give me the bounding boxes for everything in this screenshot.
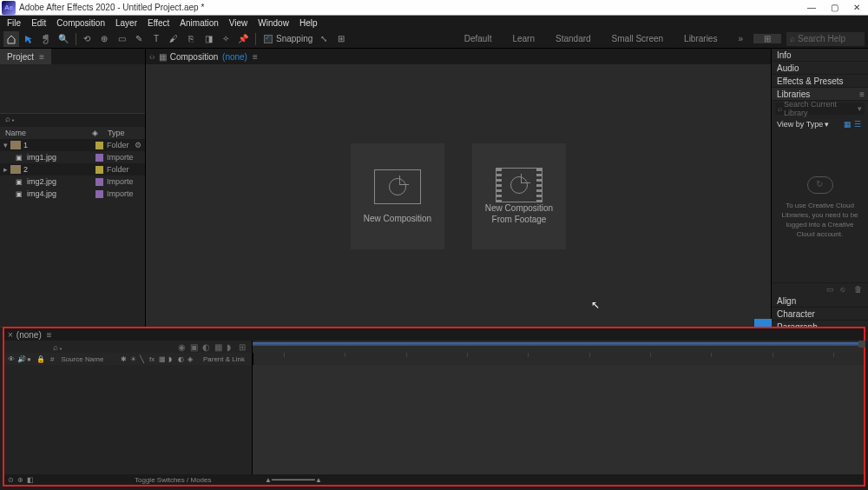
character-panel-tab[interactable]: Character — [772, 308, 868, 321]
menu-window[interactable]: Window — [253, 18, 294, 28]
workspace-small-screen[interactable]: Small Screen — [602, 34, 674, 43]
hand-tool-icon[interactable] — [38, 31, 54, 47]
source-name-header[interactable]: Source Name — [61, 355, 103, 363]
new-composition-from-footage-button[interactable]: New CompositionFrom Footage — [472, 143, 566, 249]
cc-add-icon[interactable]: ▭ — [826, 285, 837, 294]
eraser-tool-icon[interactable]: ◨ — [201, 31, 216, 47]
cc-delete-icon[interactable]: 🗑 — [854, 285, 865, 294]
workspace-libraries[interactable]: Libraries — [674, 34, 727, 43]
parent-link-header[interactable]: Parent & Link — [203, 355, 245, 363]
fx-switch-icon[interactable]: fx — [149, 355, 158, 363]
pan-behind-tool-icon[interactable]: ⊕ — [96, 31, 112, 47]
render-queue-icon[interactable]: ⊕ — [17, 476, 23, 484]
timeline-options-icon[interactable]: ◧ — [27, 476, 34, 484]
menu-layer[interactable]: Layer — [110, 18, 142, 28]
project-item-row[interactable]: ▣img4.jpgImporte — [0, 188, 145, 200]
brush-tool-icon[interactable]: 🖌 — [166, 31, 181, 47]
frameblend-switch-icon[interactable]: ▦ — [159, 355, 168, 363]
maximize-button[interactable]: ▢ — [823, 3, 845, 12]
panel-menu-icon[interactable]: ≡ — [859, 89, 865, 99]
snap-option-icon[interactable]: ⤡ — [316, 31, 332, 47]
panel-menu-icon[interactable]: ≡ — [47, 330, 52, 340]
timeline-search-input[interactable]: ⌕▾ — [53, 342, 140, 352]
graph-editor-icon[interactable]: ⊞ — [239, 342, 248, 352]
lock-toggle-icon[interactable]: 🔒 — [36, 355, 45, 363]
menu-view[interactable]: View — [224, 18, 253, 28]
timeline-tab[interactable]: (none) — [16, 330, 42, 340]
toggle-switches-icon[interactable]: ⊙ — [8, 476, 14, 484]
close-button[interactable]: ✕ — [845, 3, 868, 12]
solo-toggle-icon[interactable]: ● — [27, 355, 36, 363]
menu-edit[interactable]: Edit — [26, 18, 51, 28]
shy-switch-icon[interactable]: ✱ — [121, 355, 129, 363]
workspace-overflow-icon[interactable]: ⊞ — [753, 34, 781, 43]
menu-file[interactable]: File — [2, 18, 26, 28]
project-col-name[interactable]: Name — [5, 129, 92, 137]
home-tool-icon[interactable] — [3, 31, 19, 47]
toggle-switches-modes-button[interactable]: Toggle Switches / Modes — [135, 476, 212, 484]
workspace-standard[interactable]: Standard — [545, 34, 602, 43]
workspace-more-icon[interactable]: » — [727, 34, 753, 43]
zoom-tool-icon[interactable]: 🔍 — [56, 31, 71, 47]
comp-nav-icon[interactable]: ‹› — [149, 52, 155, 62]
panel-menu-icon[interactable]: ≡ — [253, 52, 258, 62]
project-tab[interactable]: Project≡ — [0, 49, 51, 64]
roto-tool-icon[interactable]: ✧ — [218, 31, 233, 47]
audio-panel-tab[interactable]: Audio — [772, 62, 868, 75]
workspace-default[interactable]: Default — [454, 34, 503, 43]
draft3d-icon[interactable]: ▣ — [190, 342, 200, 352]
info-panel-tab[interactable]: Info — [772, 49, 868, 62]
selection-tool-icon[interactable] — [21, 31, 36, 47]
project-search-input[interactable]: ⌕▾ — [0, 113, 145, 127]
adjustment-switch-icon[interactable]: ◐ — [178, 355, 187, 363]
time-ruler[interactable] — [253, 341, 864, 353]
project-item-row[interactable]: ▣img1.jpgImporte — [0, 151, 145, 163]
minimize-button[interactable]: ― — [800, 3, 823, 12]
menu-animation[interactable]: Animation — [174, 18, 223, 28]
timeline-marker-icon[interactable]: × — [8, 330, 13, 340]
menu-composition[interactable]: Composition — [51, 18, 110, 28]
menu-effect[interactable]: Effect — [142, 18, 174, 28]
workspace-learn[interactable]: Learn — [502, 34, 545, 43]
motion-blur-icon[interactable]: ◗ — [227, 342, 236, 352]
project-folder-row[interactable]: ▸2Folder — [0, 163, 145, 175]
orbit-tool-icon[interactable]: ⟲ — [79, 31, 95, 47]
label-color-icon[interactable] — [95, 142, 103, 149]
timeline-track-area[interactable] — [253, 365, 864, 474]
timeline-zoom-slider[interactable]: ▲━━━━━━━━━━▲ — [265, 476, 322, 484]
cc-link-icon[interactable]: ⎋ — [840, 285, 851, 294]
comp-tab-title[interactable]: Composition (none) — [170, 52, 247, 62]
label-color-icon[interactable] — [95, 154, 103, 162]
grid-view-icon[interactable]: ▦ — [844, 120, 852, 129]
motionblur-switch-icon[interactable]: ◗ — [168, 355, 177, 363]
snapping-checkbox[interactable] — [264, 35, 273, 43]
library-search-input[interactable]: ⌕Search Current Library▾ — [775, 103, 865, 115]
quality-switch-icon[interactable]: ╲ — [140, 355, 148, 363]
hide-shy-icon[interactable]: ◐ — [202, 342, 212, 352]
align-panel-tab[interactable]: Align — [772, 295, 868, 308]
label-color-icon[interactable] — [95, 190, 103, 198]
new-composition-button[interactable]: New Composition — [351, 143, 444, 249]
timeline-layer-area[interactable] — [4, 365, 253, 474]
snap-option2-icon[interactable]: ⊞ — [333, 31, 349, 47]
text-tool-icon[interactable]: T — [148, 31, 164, 47]
work-area-handle-icon[interactable] — [858, 341, 865, 348]
collapse-switch-icon[interactable]: ☀ — [130, 355, 139, 363]
audio-toggle-icon[interactable]: 🔊 — [17, 355, 26, 363]
3d-switch-icon[interactable]: ◈ — [187, 355, 196, 363]
video-toggle-icon[interactable]: 👁 — [8, 355, 16, 363]
menu-help[interactable]: Help — [294, 18, 323, 28]
project-col-type[interactable]: Type — [108, 129, 145, 137]
project-folder-row[interactable]: ▾1Folder⚙ — [0, 139, 145, 151]
view-by-type-dropdown[interactable]: View by Type▾ — [777, 120, 829, 129]
label-color-icon[interactable] — [95, 178, 103, 186]
project-item-row[interactable]: ▣img2.jpgImporte — [0, 175, 145, 188]
shape-tool-icon[interactable]: ▭ — [114, 31, 129, 47]
time-ruler-ticks[interactable] — [253, 353, 864, 365]
libraries-panel-tab[interactable]: Libraries≡ — [772, 88, 868, 101]
search-help-input[interactable]: ⌕ Search Help — [786, 32, 865, 46]
project-col-label-icon[interactable]: ◈ — [92, 129, 108, 137]
effects-presets-panel-tab[interactable]: Effects & Presets — [772, 75, 868, 88]
list-view-icon[interactable]: ☰ — [854, 120, 863, 129]
panel-menu-icon[interactable]: ≡ — [39, 52, 44, 62]
